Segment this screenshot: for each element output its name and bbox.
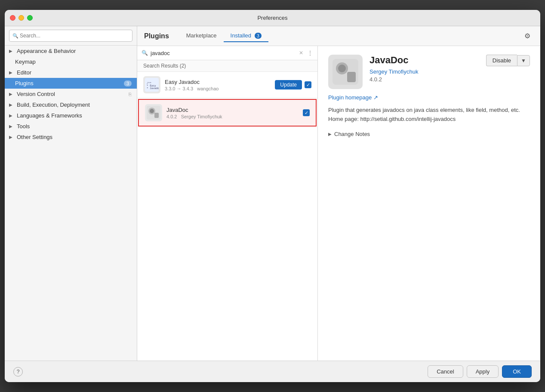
gear-button[interactable]: ⚙ — [521, 30, 533, 42]
tab-marketplace[interactable]: Marketplace — [179, 30, 224, 42]
close-button[interactable] — [10, 15, 15, 21]
svg-point-10 — [338, 65, 346, 72]
arrow-icon: ▶ — [9, 113, 15, 118]
change-notes-section[interactable]: ▶ Change Notes — [328, 131, 530, 137]
sidebar-item-build[interactable]: ▶ Build, Execution, Deployment — [5, 99, 137, 110]
sidebar-search-input[interactable] — [9, 30, 132, 42]
titlebar: Preferences — [5, 10, 540, 26]
plugin-version: 3.3.0 → 3.4.3 — [165, 86, 193, 91]
svg-rect-7 — [154, 113, 159, 118]
list-item[interactable]: /** * Easy * Javadoc Easy Javadoc 3.3.0 … — [137, 72, 317, 98]
sidebar: 🔍 ▶ Appearance & Behavior Keymap ▶ Edito… — [5, 26, 137, 361]
preferences-window: Preferences 🔍 ▶ Appearance & Behavior Ke… — [5, 10, 540, 382]
plugin-name: JavaDoc — [166, 107, 299, 113]
search-clear-icon[interactable]: ✕ — [298, 49, 305, 56]
detail-header: JavaDoc Sergey Timofiychuk 4.0.2 Disable… — [328, 55, 530, 89]
sidebar-search-icon: 🔍 — [12, 33, 18, 39]
detail-icon — [328, 55, 363, 89]
arrow-icon: ▶ — [9, 102, 15, 107]
ok-button[interactable]: OK — [502, 365, 532, 378]
sidebar-item-plugins[interactable]: Plugins 3 — [5, 78, 137, 89]
sidebar-search-area: 🔍 — [5, 26, 137, 46]
minimize-button[interactable] — [18, 15, 24, 21]
plugin-homepage-link[interactable]: Plugin homepage ↗ — [328, 94, 530, 101]
main-content: 🔍 ▶ Appearance & Behavior Keymap ▶ Edito… — [5, 26, 540, 361]
plugin-version: 4.0.2 — [166, 114, 177, 119]
arrow-icon: ▶ — [9, 92, 15, 96]
search-results-label: Search Results (2) — [143, 63, 186, 69]
traffic-lights — [10, 15, 33, 21]
plugin-name: Easy Javadoc — [165, 79, 271, 85]
plugin-enabled-checkbox[interactable]: ✓ — [303, 109, 310, 116]
list-item[interactable]: JavaDoc 4.0.2 Sergey Timofiychuk ✓ — [138, 99, 317, 127]
search-menu-icon[interactable]: ⋮ — [307, 49, 313, 56]
plugin-meta: 4.0.2 Sergey Timofiychuk — [166, 114, 299, 119]
help-button[interactable]: ? — [13, 367, 23, 377]
sidebar-item-other-settings[interactable]: ▶ Other Settings — [5, 132, 137, 142]
sidebar-item-label: Languages & Frameworks — [17, 112, 132, 119]
plugins-badge: 3 — [124, 80, 132, 86]
copy-icon: ⎘ — [129, 92, 132, 97]
plugin-meta: 3.3.0 → 3.4.3 wangchao — [165, 86, 271, 91]
svg-point-6 — [150, 109, 154, 113]
bottom-bar: ? Cancel Apply OK — [5, 361, 540, 382]
window-title: Preferences — [257, 15, 287, 21]
plugin-search-input[interactable] — [151, 50, 295, 56]
svg-text:* Javadoc: * Javadoc — [147, 86, 159, 90]
plugin-icon: /** * Easy * Javadoc — [143, 76, 160, 93]
plugin-detail: JavaDoc Sergey Timofiychuk 4.0.2 Disable… — [318, 46, 540, 361]
plugin-list: /** * Easy * Javadoc Easy Javadoc 3.3.0 … — [137, 72, 317, 361]
plugins-header: Plugins Marketplace Installed 3 ⚙ — [137, 26, 540, 46]
sidebar-item-tools[interactable]: ▶ Tools — [5, 121, 137, 132]
right-panel: Plugins Marketplace Installed 3 ⚙ — [137, 26, 540, 361]
plugins-title: Plugins — [144, 32, 169, 40]
plugins-body: 🔍 ✕ ⋮ Search Results (2) — [137, 46, 540, 361]
disable-button[interactable]: Disable — [486, 55, 517, 66]
tab-installed[interactable]: Installed 3 — [224, 30, 268, 42]
plugin-info: JavaDoc 4.0.2 Sergey Timofiychuk — [166, 107, 299, 119]
tabs-area: Marketplace Installed 3 — [179, 30, 521, 42]
maximize-button[interactable] — [27, 15, 33, 21]
sidebar-item-label: Appearance & Behavior — [17, 48, 132, 54]
update-button[interactable]: Update — [275, 80, 302, 90]
sidebar-item-label: Plugins — [15, 80, 124, 86]
change-notes-label: Change Notes — [334, 131, 370, 137]
sidebar-item-label: Tools — [17, 123, 132, 130]
change-notes-arrow-icon: ▶ — [328, 132, 332, 136]
plugin-author: wangchao — [197, 86, 219, 91]
plugin-author: Sergey Timofiychuk — [181, 114, 222, 119]
sidebar-item-version-control[interactable]: ▶ Version Control ⎘ — [5, 89, 137, 99]
sidebar-item-editor[interactable]: ▶ Editor — [5, 67, 137, 78]
detail-author[interactable]: Sergey Timofiychuk — [369, 68, 418, 75]
disable-btn-area: Disable ▼ — [486, 55, 530, 66]
sidebar-item-appearance[interactable]: ▶ Appearance & Behavior — [5, 46, 137, 56]
svg-rect-11 — [347, 72, 356, 82]
detail-name: JavaDoc — [369, 55, 479, 66]
plugin-search-bar: 🔍 ✕ ⋮ — [137, 46, 317, 60]
plugin-enabled-checkbox[interactable]: ✓ — [305, 81, 311, 88]
bottom-actions: Cancel Apply OK — [428, 365, 532, 378]
sidebar-item-label: Keymap — [15, 59, 132, 65]
detail-version: 4.0.2 — [369, 76, 479, 83]
sidebar-item-label: Build, Execution, Deployment — [17, 102, 132, 108]
plugin-info: Easy Javadoc 3.3.0 → 3.4.3 wangchao — [165, 79, 271, 91]
arrow-icon: ▶ — [9, 49, 15, 53]
detail-meta: JavaDoc Sergey Timofiychuk 4.0.2 — [369, 55, 479, 83]
sidebar-item-languages[interactable]: ▶ Languages & Frameworks — [5, 110, 137, 121]
disable-dropdown-button[interactable]: ▼ — [517, 55, 530, 66]
sidebar-search-wrapper: 🔍 — [9, 30, 132, 42]
tab-installed-label: Installed — [231, 32, 251, 39]
sidebar-item-label: Version Control — [17, 91, 127, 97]
arrow-icon: ▶ — [9, 135, 15, 139]
plugin-icon — [145, 104, 162, 121]
plugin-description: Plugin that generates javadocs on java c… — [328, 106, 530, 124]
plugin-search-icon: 🔍 — [142, 50, 148, 56]
arrow-icon: ▶ — [9, 124, 15, 129]
installed-badge: 3 — [255, 33, 262, 39]
apply-button[interactable]: Apply — [467, 365, 499, 378]
search-results-header: Search Results (2) — [137, 60, 317, 72]
sidebar-item-keymap[interactable]: Keymap — [5, 56, 137, 67]
cancel-button[interactable]: Cancel — [428, 365, 463, 378]
arrow-icon: ▶ — [9, 70, 15, 75]
tab-marketplace-label: Marketplace — [186, 32, 217, 39]
